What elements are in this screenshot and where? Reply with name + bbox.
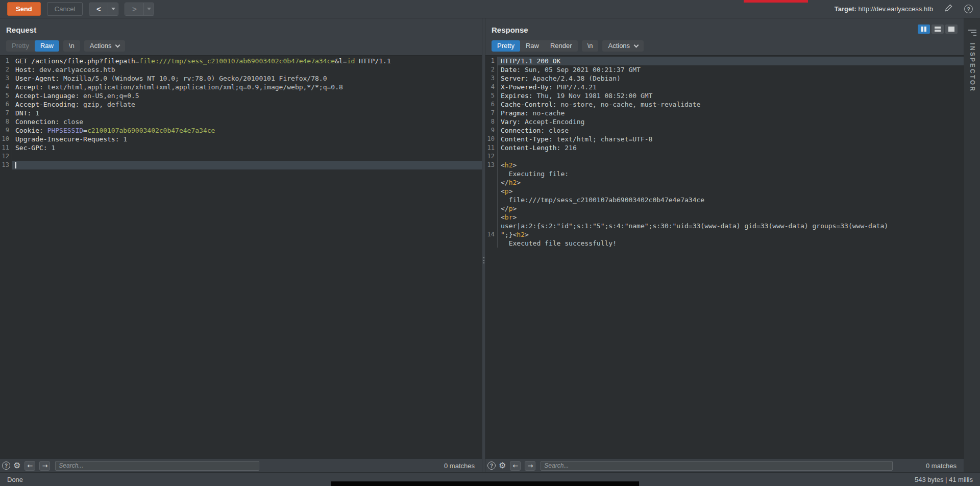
search-help-icon[interactable]: ? bbox=[487, 461, 496, 470]
code-line[interactable]: <p> bbox=[498, 187, 964, 196]
code-line[interactable]: X-Powered-By: PHP/7.4.21 bbox=[498, 83, 964, 91]
search-settings-gear-icon[interactable]: ⚙ bbox=[13, 461, 20, 470]
request-tab-raw[interactable]: Raw bbox=[35, 40, 59, 52]
response-tab-raw[interactable]: Raw bbox=[520, 40, 545, 52]
code-line[interactable]: Executing file: bbox=[498, 169, 964, 178]
code-line[interactable]: Executed file successfully! bbox=[498, 239, 964, 248]
response-tab-pretty[interactable]: Pretty bbox=[492, 40, 520, 52]
code-row[interactable]: <p> bbox=[485, 187, 964, 196]
code-line[interactable]: GET /actions/file.php?filepath=file:///t… bbox=[12, 57, 482, 65]
request-tab-newline-toggle[interactable]: \n bbox=[63, 40, 80, 52]
code-row[interactable]: 10Content-Type: text/html; charset=UTF-8 bbox=[485, 135, 964, 143]
code-row[interactable]: 12 bbox=[485, 152, 964, 161]
code-line[interactable]: Content-Length: 216 bbox=[498, 143, 964, 152]
code-line[interactable]: Vary: Accept-Encoding bbox=[498, 117, 964, 126]
splitter-grip-icon[interactable] bbox=[483, 257, 484, 263]
code-row[interactable]: 5Expires: Thu, 19 Nov 1981 08:52:00 GMT bbox=[485, 91, 964, 100]
code-line[interactable]: file:///tmp/sess_c2100107ab69003402c0b47… bbox=[498, 196, 964, 204]
code-line[interactable]: Accept-Encoding: gzip, deflate bbox=[12, 100, 482, 109]
response-editor[interactable]: 1HTTP/1.1 200 OK2Date: Sun, 05 Sep 2021 … bbox=[485, 55, 964, 458]
code-row[interactable]: Executing file: bbox=[485, 169, 964, 178]
code-row[interactable]: <br> bbox=[485, 213, 964, 222]
code-row[interactable]: </h2> bbox=[485, 178, 964, 187]
code-row[interactable]: 14";}<h2> bbox=[485, 230, 964, 239]
request-actions-button[interactable]: Actions bbox=[84, 40, 126, 52]
cancel-button[interactable]: Cancel bbox=[47, 2, 83, 16]
code-line[interactable]: user|a:2:{s:2:"id";s:1:"5";s:4:"name";s:… bbox=[498, 222, 964, 230]
code-row[interactable]: 2Date: Sun, 05 Sep 2021 00:21:37 GMT bbox=[485, 65, 964, 74]
code-row[interactable]: 7Pragma: no-cache bbox=[485, 109, 964, 117]
code-line[interactable] bbox=[12, 161, 482, 169]
search-next-icon[interactable]: → bbox=[525, 461, 535, 471]
code-line[interactable]: Server: Apache/2.4.38 (Debian) bbox=[498, 74, 964, 83]
code-row[interactable]: 6Accept-Encoding: gzip, deflate bbox=[0, 100, 482, 109]
code-row[interactable]: </p> bbox=[485, 204, 964, 213]
code-row[interactable]: 1GET /actions/file.php?filepath=file:///… bbox=[0, 57, 482, 65]
code-row[interactable]: Executed file successfully! bbox=[485, 239, 964, 248]
code-row[interactable]: 9Cookie: PHPSESSID=c2100107ab69003402c0b… bbox=[0, 126, 482, 135]
inspector-expand-icon[interactable] bbox=[968, 30, 976, 36]
response-tab-newline-toggle[interactable]: \n bbox=[582, 40, 599, 52]
forward-chevron-icon[interactable]: > bbox=[125, 3, 143, 15]
request-search-input[interactable] bbox=[55, 461, 259, 471]
code-line[interactable] bbox=[498, 152, 964, 161]
request-tab-pretty[interactable]: Pretty bbox=[6, 40, 35, 52]
code-row[interactable]: user|a:2:{s:2:"id";s:1:"5";s:4:"name";s:… bbox=[485, 222, 964, 230]
code-line[interactable]: <h2> bbox=[498, 161, 964, 169]
panel-splitter[interactable] bbox=[482, 18, 485, 472]
code-row[interactable]: 1HTTP/1.1 200 OK bbox=[485, 57, 964, 65]
code-row[interactable]: 5Accept-Language: en-US,en;q=0.5 bbox=[0, 91, 482, 100]
code-line[interactable]: Cookie: PHPSESSID=c2100107ab69003402c0b4… bbox=[12, 126, 482, 135]
inspector-sidebar[interactable]: INSPECTOR bbox=[964, 18, 980, 472]
history-forward-button[interactable]: > bbox=[125, 3, 154, 16]
code-row[interactable]: file:///tmp/sess_c2100107ab69003402c0b47… bbox=[485, 196, 964, 204]
code-line[interactable] bbox=[12, 152, 482, 161]
code-line[interactable]: Host: dev.earlyaccess.htb bbox=[12, 65, 482, 74]
layout-single-button[interactable] bbox=[945, 25, 958, 34]
code-row[interactable]: 6Cache-Control: no-store, no-cache, must… bbox=[485, 100, 964, 109]
code-row[interactable]: 3Server: Apache/2.4.38 (Debian) bbox=[485, 74, 964, 83]
code-row[interactable]: 4Accept: text/html,application/xhtml+xml… bbox=[0, 83, 482, 91]
layout-rows-button[interactable] bbox=[932, 25, 944, 34]
code-line[interactable]: Accept-Language: en-US,en;q=0.5 bbox=[12, 91, 482, 100]
code-line[interactable]: Content-Type: text/html; charset=UTF-8 bbox=[498, 135, 964, 143]
code-line[interactable]: Expires: Thu, 19 Nov 1981 08:52:00 GMT bbox=[498, 91, 964, 100]
code-line[interactable]: HTTP/1.1 200 OK bbox=[498, 57, 964, 65]
response-search-input[interactable] bbox=[541, 461, 893, 471]
code-row[interactable]: 4X-Powered-By: PHP/7.4.21 bbox=[485, 83, 964, 91]
code-line[interactable]: Connection: close bbox=[12, 117, 482, 126]
code-line[interactable]: Pragma: no-cache bbox=[498, 109, 964, 117]
code-row[interactable]: 11Content-Length: 216 bbox=[485, 143, 964, 152]
code-row[interactable]: 3User-Agent: Mozilla/5.0 (Windows NT 10.… bbox=[0, 74, 482, 83]
request-editor[interactable]: 1GET /actions/file.php?filepath=file:///… bbox=[0, 55, 482, 458]
code-line[interactable]: </h2> bbox=[498, 178, 964, 187]
code-line[interactable]: DNT: 1 bbox=[12, 109, 482, 117]
code-line[interactable]: Date: Sun, 05 Sep 2021 00:21:37 GMT bbox=[498, 65, 964, 74]
code-row[interactable]: 10Upgrade-Insecure-Requests: 1 bbox=[0, 135, 482, 143]
response-tab-render[interactable]: Render bbox=[545, 40, 578, 52]
code-row[interactable]: 7DNT: 1 bbox=[0, 109, 482, 117]
code-row[interactable]: 9Connection: close bbox=[485, 126, 964, 135]
search-prev-icon[interactable]: ← bbox=[24, 461, 35, 471]
code-line[interactable]: <br> bbox=[498, 213, 964, 222]
search-help-icon[interactable]: ? bbox=[2, 461, 10, 470]
code-line[interactable]: Sec-GPC: 1 bbox=[12, 143, 482, 152]
edit-target-pencil-icon[interactable] bbox=[944, 4, 953, 14]
code-line[interactable]: Cache-Control: no-store, no-cache, must-… bbox=[498, 100, 964, 109]
search-prev-icon[interactable]: ← bbox=[510, 461, 521, 471]
history-back-button[interactable]: < bbox=[89, 3, 118, 16]
back-dropdown-icon[interactable] bbox=[108, 3, 118, 15]
code-row[interactable]: 11Sec-GPC: 1 bbox=[0, 143, 482, 152]
code-line[interactable]: Connection: close bbox=[498, 126, 964, 135]
code-row[interactable]: 13 bbox=[0, 161, 482, 169]
response-actions-button[interactable]: Actions bbox=[602, 40, 644, 52]
code-row[interactable]: 2Host: dev.earlyaccess.htb bbox=[0, 65, 482, 74]
code-row[interactable]: 13<h2> bbox=[485, 161, 964, 169]
back-chevron-icon[interactable]: < bbox=[89, 3, 108, 15]
code-line[interactable]: Upgrade-Insecure-Requests: 1 bbox=[12, 135, 482, 143]
target-help-icon[interactable]: ? bbox=[964, 5, 973, 13]
code-line[interactable]: ";}<h2> bbox=[498, 230, 964, 239]
layout-columns-button[interactable] bbox=[918, 25, 930, 34]
code-line[interactable]: User-Agent: Mozilla/5.0 (Windows NT 10.0… bbox=[12, 74, 482, 83]
forward-dropdown-icon[interactable] bbox=[143, 3, 154, 15]
